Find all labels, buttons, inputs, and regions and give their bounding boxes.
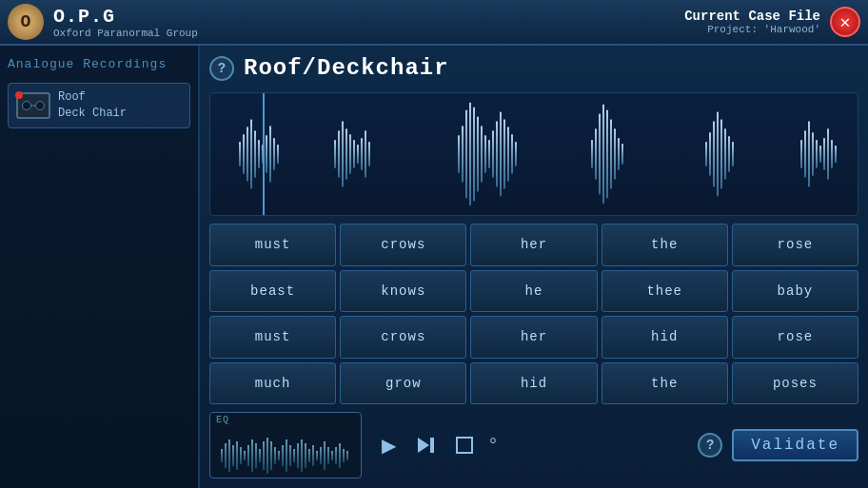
svg-rect-40 [599, 114, 601, 195]
help-icon[interactable]: ? [209, 56, 234, 81]
word-cell-0-1[interactable]: crows [340, 224, 466, 266]
svg-rect-89 [312, 445, 314, 466]
svg-rect-79 [274, 447, 276, 464]
svg-rect-5 [254, 130, 256, 177]
svg-rect-66 [225, 443, 227, 468]
svg-rect-44 [614, 128, 616, 179]
svg-rect-74 [255, 443, 257, 468]
svg-rect-31 [492, 130, 494, 177]
word-cell-1-2[interactable]: he [470, 270, 597, 313]
word-cell-3-4[interactable]: poses [732, 362, 858, 405]
svg-rect-15 [345, 128, 347, 179]
svg-rect-70 [240, 447, 242, 464]
org-name: O.P.G Oxford Paranormal Group [53, 6, 198, 39]
eq-waveform-svg [219, 432, 352, 475]
svg-rect-8 [266, 135, 267, 172]
word-cell-3-3[interactable]: the [602, 362, 728, 405]
svg-rect-4 [250, 120, 252, 189]
svg-rect-88 [308, 449, 310, 462]
header-left: O O.P.G Oxford Paranormal Group [8, 4, 198, 40]
svg-rect-3 [247, 127, 248, 181]
eq-waveform [210, 428, 361, 478]
waveform-svg [210, 93, 858, 215]
eq-panel: EQ [209, 412, 362, 478]
svg-rect-87 [305, 443, 306, 468]
svg-rect-91 [320, 447, 322, 464]
svg-rect-32 [496, 122, 498, 187]
word-cell-1-3[interactable]: thee [602, 270, 728, 313]
case-file-title: Current Case File [684, 9, 820, 24]
svg-rect-19 [361, 138, 363, 169]
svg-rect-48 [709, 132, 711, 175]
word-cell-0-3[interactable]: the [602, 224, 728, 266]
svg-rect-17 [353, 140, 355, 168]
svg-rect-83 [289, 445, 291, 466]
svg-rect-77 [266, 438, 268, 474]
svg-rect-18 [357, 145, 359, 164]
help-icon-2[interactable]: ? [698, 433, 722, 458]
svg-rect-33 [500, 112, 502, 197]
svg-rect-27 [477, 117, 479, 192]
svg-rect-41 [602, 105, 604, 204]
svg-rect-35 [507, 127, 509, 181]
validate-button[interactable]: Validate [732, 429, 858, 461]
svg-rect-2 [243, 134, 245, 173]
svg-rect-51 [720, 120, 722, 189]
org-title: O.P.G [53, 6, 198, 28]
word-cell-2-2[interactable]: her [470, 316, 597, 359]
header-right: Current Case File Project: 'Harwood' ✕ [684, 7, 860, 37]
svg-rect-62 [827, 128, 829, 179]
svg-rect-80 [278, 451, 280, 460]
validate-section: ? Validate [698, 429, 858, 461]
word-cell-3-1[interactable]: grow [340, 362, 466, 405]
word-cell-2-4[interactable]: rose [732, 316, 858, 359]
svg-rect-25 [469, 103, 471, 205]
word-cell-0-4[interactable]: rose [732, 224, 858, 266]
waveform-display[interactable] [209, 92, 858, 216]
word-cell-0-0[interactable]: must [209, 224, 336, 266]
svg-rect-50 [717, 112, 719, 197]
svg-rect-38 [591, 140, 593, 168]
svg-rect-75 [259, 449, 261, 462]
svg-rect-6 [258, 140, 260, 168]
word-cell-1-4[interactable]: baby [732, 270, 858, 313]
close-button[interactable]: ✕ [830, 7, 860, 37]
content-area: ? Roof/Deckchair [200, 46, 868, 488]
recording-label: RoofDeck Chair [58, 89, 127, 122]
svg-rect-34 [503, 120, 505, 189]
word-cell-2-0[interactable]: must [209, 316, 336, 359]
svg-rect-59 [816, 140, 818, 168]
word-cell-3-2[interactable]: hid [470, 362, 597, 405]
svg-rect-86 [301, 439, 303, 472]
svg-rect-22 [458, 135, 460, 172]
svg-rect-53 [728, 136, 730, 171]
svg-rect-95 [335, 447, 337, 464]
word-cell-2-1[interactable]: crows [340, 316, 466, 359]
svg-rect-76 [263, 441, 265, 470]
svg-rect-36 [511, 134, 513, 173]
svg-rect-57 [808, 122, 810, 187]
dot-indicator: ° [487, 435, 499, 457]
svg-rect-14 [342, 122, 344, 187]
play-button[interactable]: ▶ [373, 430, 404, 460]
app-header: O O.P.G Oxford Paranormal Group Current … [0, 0, 868, 46]
recording-item[interactable]: RoofDeck Chair [8, 83, 190, 128]
svg-rect-97 [343, 449, 345, 462]
svg-rect-94 [331, 451, 333, 460]
word-cell-1-0[interactable]: beast [209, 270, 336, 313]
stop-icon [455, 436, 474, 455]
skip-button[interactable] [411, 430, 442, 460]
svg-rect-56 [804, 130, 806, 177]
word-cell-1-1[interactable]: knows [340, 270, 466, 313]
svg-rect-93 [327, 447, 329, 464]
stop-button[interactable] [449, 430, 480, 460]
word-cell-2-3[interactable]: hid [602, 316, 728, 359]
svg-rect-78 [270, 441, 272, 470]
word-cell-0-2[interactable]: her [470, 224, 597, 266]
svg-rect-64 [835, 146, 837, 163]
cassette-reel-svg [24, 101, 43, 110]
svg-rect-16 [349, 134, 351, 173]
svg-rect-61 [823, 138, 825, 169]
word-cell-3-0[interactable]: much [209, 362, 336, 405]
svg-rect-82 [286, 439, 287, 472]
